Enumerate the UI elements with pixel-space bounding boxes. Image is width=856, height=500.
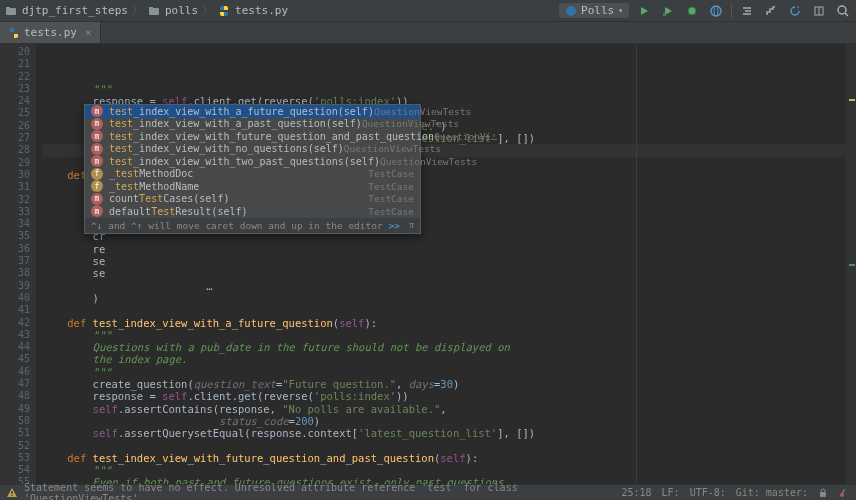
python-icon — [565, 5, 577, 17]
code-line[interactable]: the index page. — [42, 353, 856, 365]
code-line[interactable]: response = self.client.get(reverse('poll… — [42, 390, 856, 402]
completion-item[interactable]: mcountTestCases(self)TestCase — [85, 193, 420, 206]
line-number: 41 — [0, 304, 30, 316]
line-number: 37 — [0, 255, 30, 267]
crumb-label: polls — [165, 4, 198, 17]
completion-name: test_index_view_with_future_question_and… — [109, 131, 434, 142]
code-line[interactable]: ) — [42, 292, 856, 304]
gutter: 2021222324252627282930313233343536373839… — [0, 44, 36, 484]
completion-item[interactable]: mtest_index_view_with_a_past_question(se… — [85, 118, 420, 131]
code-line[interactable]: create_question(question_text="Future qu… — [42, 378, 856, 390]
coverage-icon[interactable] — [659, 2, 677, 20]
code-line[interactable]: def test_index_view_with_a_future_questi… — [42, 317, 856, 329]
code-line[interactable]: self.assertQuerysetEqual(response.contex… — [42, 427, 856, 439]
run-icon[interactable] — [635, 2, 653, 20]
method-icon: m — [91, 118, 103, 130]
crumb-file[interactable]: tests.py — [217, 4, 288, 18]
align-right-icon[interactable] — [738, 2, 756, 20]
line-number: 31 — [0, 181, 30, 193]
line-number: 29 — [0, 157, 30, 169]
cursor-position[interactable]: 25:18 — [621, 487, 651, 498]
popup-hint-link[interactable]: >> — [388, 220, 399, 231]
line-separator[interactable]: LF: — [662, 487, 680, 498]
encoding[interactable]: UTF-8: — [690, 487, 726, 498]
code-line[interactable]: self.assertContains(response, "No polls … — [42, 403, 856, 415]
svg-rect-13 — [11, 491, 12, 494]
completion-popup[interactable]: mtest_index_view_with_a_future_question(… — [84, 104, 421, 234]
stripe-warning[interactable] — [849, 99, 855, 101]
line-number: 38 — [0, 267, 30, 279]
line-number: 42 — [0, 317, 30, 329]
code-line[interactable]: """ — [42, 464, 856, 476]
line-number: 35 — [0, 230, 30, 242]
code-line[interactable]: … — [42, 280, 856, 292]
completion-item[interactable]: mtest_index_view_with_future_question_an… — [85, 130, 420, 143]
trace-icon[interactable] — [762, 2, 780, 20]
line-number: 28 — [0, 144, 30, 156]
code-line[interactable] — [42, 440, 856, 452]
chevron-right-icon: 〉 — [132, 3, 143, 18]
inspection-indicator[interactable] — [838, 487, 850, 499]
line-number: 21 — [0, 58, 30, 70]
line-number: 32 — [0, 194, 30, 206]
field-icon: f — [91, 168, 103, 180]
folder-icon — [4, 4, 18, 18]
completion-class: TestCase — [368, 181, 414, 192]
code-line[interactable] — [42, 304, 856, 316]
completion-name: _testMethodDoc — [109, 168, 368, 179]
method-icon: m — [91, 155, 103, 167]
code-line[interactable]: """ — [42, 83, 856, 95]
line-number: 51 — [0, 427, 30, 439]
crumb-app[interactable]: polls — [147, 4, 198, 18]
crumb-project[interactable]: djtp_first_steps — [4, 4, 128, 18]
git-branch[interactable]: Git: master: — [736, 487, 808, 498]
completion-class: QuestionViewTests — [362, 118, 459, 129]
lock-icon[interactable] — [818, 488, 828, 498]
code-line[interactable]: Questions with a pub_date in the future … — [42, 341, 856, 353]
crumb-label: djtp_first_steps — [22, 4, 128, 17]
editor[interactable]: 2021222324252627282930313233343536373839… — [0, 44, 856, 484]
completion-name: _testMethodName — [109, 181, 368, 192]
code-line[interactable]: """ — [42, 329, 856, 341]
completion-item[interactable]: mtest_index_view_with_a_future_question(… — [85, 105, 420, 118]
svg-rect-0 — [6, 8, 16, 15]
line-number: 47 — [0, 378, 30, 390]
method-icon: m — [91, 105, 103, 117]
code-line[interactable]: se — [42, 255, 856, 267]
breadcrumb: djtp_first_steps 〉 polls 〉 tests.py — [4, 3, 559, 18]
close-icon[interactable]: × — [85, 26, 92, 39]
svg-rect-14 — [11, 495, 12, 496]
error-stripe[interactable] — [846, 44, 856, 484]
search-icon[interactable] — [834, 2, 852, 20]
completion-item[interactable]: mtest_index_view_with_no_questions(self)… — [85, 143, 420, 156]
line-number: 25 — [0, 107, 30, 119]
update-icon[interactable] — [786, 2, 804, 20]
line-number: 53 — [0, 452, 30, 464]
svg-rect-15 — [820, 492, 826, 497]
svg-point-11 — [838, 6, 846, 14]
completion-item[interactable]: f_testMethodDocTestCase — [85, 168, 420, 181]
line-number: 26 — [0, 120, 30, 132]
completion-item[interactable]: mtest_index_view_with_two_past_questions… — [85, 155, 420, 168]
code-line[interactable]: def test_index_view_with_future_question… — [42, 452, 856, 464]
completion-name: countTestCases(self) — [109, 193, 368, 204]
line-number: 24 — [0, 95, 30, 107]
layout-icon[interactable] — [810, 2, 828, 20]
browser-icon[interactable] — [707, 2, 725, 20]
code-line[interactable]: """ — [42, 366, 856, 378]
field-icon: f — [91, 180, 103, 192]
line-number: 27 — [0, 132, 30, 144]
chevron-right-icon: 〉 — [202, 3, 213, 18]
code-line[interactable]: status_code=200) — [42, 415, 856, 427]
debug-icon[interactable] — [683, 2, 701, 20]
run-config-selector[interactable]: Polls ▾ — [559, 3, 629, 18]
method-icon: m — [91, 130, 103, 142]
code-line[interactable]: re — [42, 243, 856, 255]
stripe-change[interactable] — [849, 264, 855, 266]
svg-line-12 — [845, 13, 848, 16]
line-number: 52 — [0, 440, 30, 452]
completion-item[interactable]: mdefaultTestResult(self)TestCase — [85, 205, 420, 218]
editor-tab[interactable]: tests.py × — [0, 22, 101, 43]
completion-item[interactable]: f_testMethodNameTestCase — [85, 180, 420, 193]
code-line[interactable]: se — [42, 267, 856, 279]
